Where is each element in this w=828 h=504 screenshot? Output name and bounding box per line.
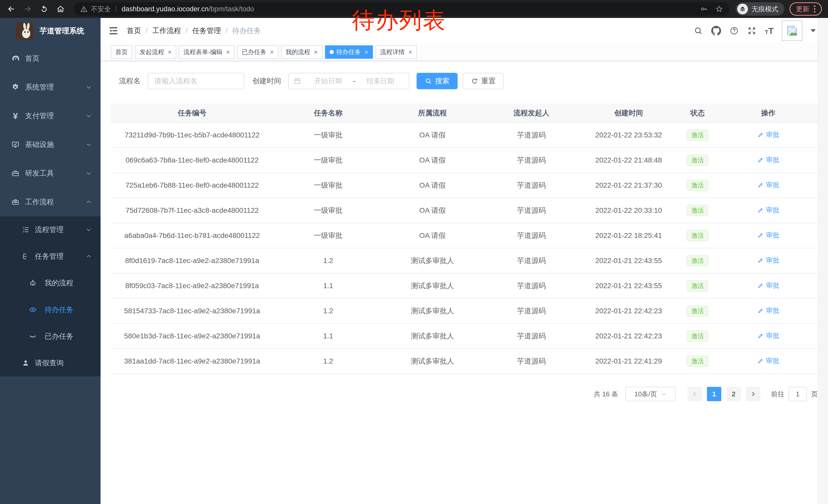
cell-status: 激活 — [676, 273, 719, 299]
warning-triangle-icon — [80, 5, 88, 13]
search-button[interactable]: 搜索 — [417, 73, 458, 89]
status-badge: 激活 — [687, 180, 708, 191]
approve-link[interactable]: 审批 — [757, 231, 779, 240]
browser-menu-icon[interactable] — [814, 5, 816, 12]
approve-link[interactable]: 审批 — [757, 331, 779, 340]
reload-icon[interactable] — [38, 3, 50, 15]
chevron-up-icon — [86, 199, 92, 205]
logo-image — [16, 22, 33, 40]
help-icon[interactable] — [730, 26, 739, 35]
approve-link[interactable]: 审批 — [757, 180, 779, 189]
approve-link[interactable]: 审批 — [757, 130, 779, 139]
avatar-dropdown-icon[interactable] — [811, 29, 816, 32]
col-starter: 流程发起人 — [482, 103, 581, 123]
breadcrumb-item[interactable]: 任务管理 — [192, 26, 221, 36]
key-icon[interactable] — [700, 5, 708, 13]
sidebar-item-leave-query[interactable]: 请假查询 — [0, 350, 100, 376]
approve-link[interactable]: 审批 — [757, 281, 779, 290]
tab-6[interactable]: 流程详情× — [376, 45, 417, 59]
sidebar-item-todo-task[interactable]: 待办任务 — [0, 296, 100, 323]
sidebar-item-home[interactable]: 首页 — [0, 44, 100, 73]
tab-3[interactable]: 已办任务× — [237, 45, 278, 59]
github-icon[interactable] — [711, 26, 721, 36]
vertical-scrollbar[interactable] — [818, 18, 828, 504]
sidebar-item-process-mgmt[interactable]: 流程管理 — [0, 216, 100, 243]
search-icon[interactable] — [694, 26, 703, 35]
edit-icon — [757, 132, 764, 138]
breadcrumb-item[interactable]: 工作流程 — [152, 26, 181, 36]
sidebar-item-label: 工作流程 — [25, 197, 54, 207]
task-table: 任务编号 任务名称 所属流程 流程发起人 创建时间 状态 操作 73211d9d… — [111, 103, 818, 374]
reset-button-label: 重置 — [481, 76, 496, 86]
cell-status: 激活 — [676, 198, 719, 223]
reset-button[interactable]: 重置 — [463, 73, 504, 89]
cell-actions: 审批 — [719, 223, 818, 248]
goto-page-input[interactable]: 1 — [788, 387, 807, 401]
url-bar[interactable]: 不安全 dashboard.yudao.iocoder.cn/bpm/task/… — [74, 2, 730, 16]
approve-link[interactable]: 审批 — [757, 256, 779, 265]
tab-4[interactable]: 我的流程× — [281, 45, 322, 59]
breadcrumb-item[interactable]: 首页 — [127, 26, 141, 36]
cell-created: 2022-01-21 22:42:23 — [581, 324, 676, 349]
cell-status: 激活 — [676, 324, 719, 349]
tab-0[interactable]: 首页 — [111, 45, 132, 59]
cell-process: 测试多审批人 — [383, 349, 482, 374]
cell-process: 测试多审批人 — [383, 273, 482, 299]
font-size-icon[interactable]: TT — [765, 27, 774, 35]
sidebar-item-payment[interactable]: ¥ 支付管理 — [0, 101, 100, 130]
next-page-button[interactable] — [746, 387, 760, 401]
tab-close-icon[interactable]: × — [226, 49, 230, 55]
page-size-select[interactable]: 10条/页 — [625, 387, 676, 401]
approve-link[interactable]: 审批 — [757, 205, 779, 215]
avatar[interactable] — [782, 20, 802, 41]
cell-actions: 审批 — [719, 123, 818, 148]
sidebar-item-done-task[interactable]: 已办任务 — [0, 323, 100, 350]
date-range-input[interactable]: 开始日期 - 结束日期 — [288, 73, 409, 89]
update-button[interactable]: 更新 — [790, 2, 822, 16]
approve-link[interactable]: 审批 — [757, 306, 779, 315]
approve-link[interactable]: 审批 — [757, 356, 779, 365]
page-button-1[interactable]: 1 — [707, 387, 721, 401]
tab-close-icon[interactable]: × — [270, 49, 274, 55]
sidebar-item-devtools[interactable]: 研发工具 — [0, 159, 100, 188]
prev-page-button[interactable] — [688, 387, 702, 401]
table-row: 8f059c03-7ac8-11ec-a9e2-a2380e71991a1.1测… — [111, 273, 818, 299]
sidebar-collapse-icon[interactable] — [108, 26, 119, 36]
fullscreen-icon[interactable] — [747, 26, 757, 36]
sidebar-item-workflow[interactable]: 工作流程 — [0, 188, 100, 216]
cell-actions: 审批 — [719, 299, 818, 324]
cell-task-id: 069c6a63-7b8a-11ec-8ef0-acde48001122 — [111, 148, 274, 173]
tab-1[interactable]: 发起流程× — [135, 45, 176, 59]
chevron-down-icon — [661, 391, 667, 397]
tab-close-icon[interactable]: × — [408, 49, 412, 55]
back-icon[interactable] — [5, 3, 17, 15]
table-row: 069c6a63-7b8a-11ec-8ef0-acde48001122一级审批… — [111, 148, 818, 173]
bookmark-star-icon[interactable] — [715, 5, 723, 13]
cell-created: 2022-01-22 21:37:30 — [581, 173, 676, 198]
approve-link[interactable]: 审批 — [757, 155, 779, 164]
home-icon[interactable] — [54, 3, 67, 15]
approve-link-label: 审批 — [766, 205, 779, 215]
logo-row[interactable]: 芋道管理系统 — [0, 18, 100, 44]
tab-close-icon[interactable]: × — [168, 49, 172, 55]
cell-actions: 审批 — [719, 198, 818, 223]
sidebar-item-task-mgmt[interactable]: 任务管理 — [0, 243, 100, 270]
date-range-separator: - — [352, 77, 356, 85]
sidebar-item-system[interactable]: 系统管理 — [0, 73, 100, 101]
cell-created: 2022-01-21 22:42:23 — [581, 299, 676, 324]
cell-status: 激活 — [676, 123, 719, 148]
sidebar-item-my-process[interactable]: 我的流程 — [0, 270, 100, 296]
cell-task-id: 725a1eb6-7b88-11ec-8ef0-acde48001122 — [111, 173, 274, 198]
forward-icon[interactable] — [22, 3, 34, 15]
tab-close-icon[interactable]: × — [314, 49, 318, 55]
security-label[interactable]: 不安全 — [91, 5, 111, 13]
tab-2[interactable]: 流程表单-编辑× — [179, 45, 235, 59]
sidebar-item-infrastructure[interactable]: 基础设施 — [0, 130, 100, 159]
pagination: 共 16 条 10条/页 12 前往 1 页 — [111, 387, 818, 401]
tab-5[interactable]: 待办任务× — [325, 45, 373, 59]
page-button-2[interactable]: 2 — [727, 387, 741, 401]
status-badge: 激活 — [687, 130, 708, 141]
process-name-input[interactable]: 请输入流程名 — [148, 73, 244, 89]
approve-link-label: 审批 — [766, 231, 779, 240]
tab-close-icon[interactable]: × — [365, 49, 368, 55]
